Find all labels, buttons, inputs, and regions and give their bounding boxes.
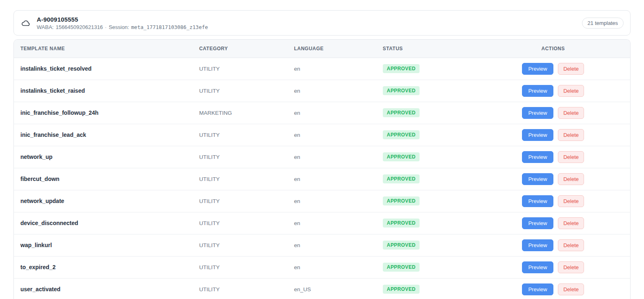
- preview-button[interactable]: Preview: [522, 261, 553, 273]
- status-cell: APPROVED: [376, 58, 476, 80]
- templates-table: Template Name Category Language Status A…: [14, 40, 630, 299]
- preview-button[interactable]: Preview: [522, 239, 553, 251]
- language-cell: en: [287, 168, 376, 190]
- table-row: instalinks_ticket_raised UTILITY en APPR…: [14, 80, 630, 102]
- template-name-cell: wap_linkurl: [14, 234, 193, 256]
- account-title-block: A-9009105555 WABA: 1566450920621316 · Se…: [37, 16, 208, 30]
- template-name-cell: inic_franchise_followup_24h: [14, 102, 193, 124]
- status-badge: APPROVED: [383, 241, 420, 250]
- session-label: Session:: [109, 24, 129, 30]
- status-cell: APPROVED: [376, 102, 476, 124]
- category-cell: UTILITY: [193, 234, 288, 256]
- category-cell: UTILITY: [193, 278, 288, 299]
- table-row: inic_franchise_lead_ack UTILITY en APPRO…: [14, 124, 630, 146]
- template-name-cell: inic_franchise_lead_ack: [14, 124, 193, 146]
- table-body: instalinks_ticket_resolved UTILITY en AP…: [14, 58, 630, 299]
- preview-button[interactable]: Preview: [522, 195, 553, 207]
- category-cell: UTILITY: [193, 146, 288, 168]
- table-row: inic_franchise_followup_24h MARKETING en…: [14, 102, 630, 124]
- status-cell: APPROVED: [376, 168, 476, 190]
- status-badge: APPROVED: [383, 174, 420, 183]
- preview-button[interactable]: Preview: [522, 107, 553, 119]
- delete-button[interactable]: Delete: [558, 63, 584, 75]
- actions-cell: Preview Delete: [476, 278, 630, 299]
- category-cell: UTILITY: [193, 212, 288, 234]
- cloud-icon: [20, 18, 31, 28]
- page: A-9009105555 WABA: 1566450920621316 · Se…: [0, 0, 644, 299]
- template-name-cell: device_disconnected: [14, 212, 193, 234]
- category-cell: UTILITY: [193, 256, 288, 278]
- actions-cell: Preview Delete: [476, 234, 630, 256]
- preview-button[interactable]: Preview: [522, 63, 553, 75]
- language-cell: en: [287, 102, 376, 124]
- actions-cell: Preview Delete: [476, 58, 630, 80]
- table-row: instalinks_ticket_resolved UTILITY en AP…: [14, 58, 630, 80]
- table-row: wap_linkurl UTILITY en APPROVED Preview …: [14, 234, 630, 256]
- delete-button[interactable]: Delete: [558, 195, 584, 207]
- delete-button[interactable]: Delete: [558, 217, 584, 229]
- waba-label: WABA:: [37, 24, 53, 30]
- template-name-cell: network_update: [14, 190, 193, 212]
- category-cell: UTILITY: [193, 124, 288, 146]
- templates-table-card: Template Name Category Language Status A…: [13, 39, 631, 299]
- language-cell: en_US: [287, 278, 376, 299]
- delete-button[interactable]: Delete: [558, 239, 584, 251]
- category-cell: MARKETING: [193, 102, 288, 124]
- preview-button[interactable]: Preview: [522, 173, 553, 185]
- table-row: to_expired_2 UTILITY en APPROVED Preview…: [14, 256, 630, 278]
- delete-button[interactable]: Delete: [558, 283, 584, 295]
- actions-cell: Preview Delete: [476, 124, 630, 146]
- status-cell: APPROVED: [376, 278, 476, 299]
- language-cell: en: [287, 234, 376, 256]
- delete-button[interactable]: Delete: [558, 173, 584, 185]
- delete-button[interactable]: Delete: [558, 261, 584, 273]
- column-header-status: Status: [376, 40, 476, 58]
- preview-button[interactable]: Preview: [522, 283, 553, 295]
- actions-cell: Preview Delete: [476, 80, 630, 102]
- table-row: network_up UTILITY en APPROVED Preview D…: [14, 146, 630, 168]
- preview-button[interactable]: Preview: [522, 151, 553, 163]
- account-id: A-9009105555: [37, 16, 208, 23]
- status-cell: APPROVED: [376, 124, 476, 146]
- status-badge: APPROVED: [383, 64, 420, 73]
- category-cell: UTILITY: [193, 190, 288, 212]
- status-cell: APPROVED: [376, 212, 476, 234]
- language-cell: en: [287, 124, 376, 146]
- actions-cell: Preview Delete: [476, 102, 630, 124]
- preview-button[interactable]: Preview: [522, 129, 553, 141]
- status-cell: APPROVED: [376, 234, 476, 256]
- waba-value: 1566450920621316: [56, 24, 103, 30]
- delete-button[interactable]: Delete: [558, 107, 584, 119]
- template-name-cell: network_up: [14, 146, 193, 168]
- preview-button[interactable]: Preview: [522, 217, 553, 229]
- account-meta: WABA: 1566450920621316 · Session: meta_1…: [37, 24, 208, 30]
- delete-button[interactable]: Delete: [558, 85, 584, 97]
- status-badge: APPROVED: [383, 86, 420, 95]
- status-cell: APPROVED: [376, 190, 476, 212]
- status-cell: APPROVED: [376, 256, 476, 278]
- status-badge: APPROVED: [383, 152, 420, 161]
- category-cell: UTILITY: [193, 58, 288, 80]
- status-badge: APPROVED: [383, 196, 420, 205]
- language-cell: en: [287, 212, 376, 234]
- actions-cell: Preview Delete: [476, 212, 630, 234]
- status-badge: APPROVED: [383, 130, 420, 139]
- table-row: network_update UTILITY en APPROVED Previ…: [14, 190, 630, 212]
- preview-button[interactable]: Preview: [522, 85, 553, 97]
- delete-button[interactable]: Delete: [558, 151, 584, 163]
- language-cell: en: [287, 256, 376, 278]
- template-name-cell: fibercut_down: [14, 168, 193, 190]
- column-header-template-name: Template Name: [14, 40, 193, 58]
- column-header-language: Language: [287, 40, 376, 58]
- templates-count-badge: 21 templates: [582, 18, 624, 29]
- account-header-card: A-9009105555 WABA: 1566450920621316 · Se…: [13, 10, 631, 36]
- category-cell: UTILITY: [193, 168, 288, 190]
- column-header-category: Category: [193, 40, 288, 58]
- delete-button[interactable]: Delete: [558, 129, 584, 141]
- actions-cell: Preview Delete: [476, 146, 630, 168]
- language-cell: en: [287, 146, 376, 168]
- status-cell: APPROVED: [376, 146, 476, 168]
- status-badge: APPROVED: [383, 285, 420, 294]
- table-row: device_disconnected UTILITY en APPROVED …: [14, 212, 630, 234]
- template-name-cell: user_activated: [14, 278, 193, 299]
